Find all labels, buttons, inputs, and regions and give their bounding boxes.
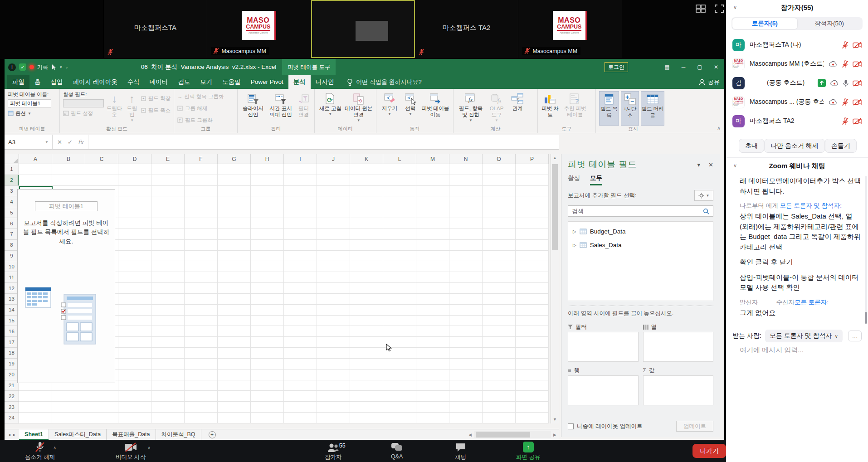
filters-dropzone[interactable] — [568, 332, 639, 362]
share-button[interactable]: 공유 — [699, 75, 720, 89]
chat-recipients-link[interactable]: 모든 토론자: — [795, 299, 829, 306]
change-data-source-button[interactable]: ⟲ 데이터 원본 변경 ▼ — [345, 91, 373, 126]
name-box[interactable]: A3 ▼ — [5, 135, 53, 149]
field-list-toggle[interactable]: 필드 목록 — [599, 91, 619, 126]
rows-dropzone[interactable] — [568, 375, 639, 405]
video-off-icon[interactable] — [853, 61, 862, 68]
sheet-tab-target-sales[interactable]: 목표매출_Data — [107, 429, 156, 440]
invite-button[interactable]: 초대 — [739, 139, 764, 153]
video-tile-ta[interactable]: 마소캠퍼스TA — [104, 0, 208, 58]
participants-button[interactable]: 55 참가자 — [325, 442, 342, 461]
tab-view[interactable]: 보기 — [195, 75, 217, 89]
chat-input-placeholder[interactable]: 여기에 메시지 입력... — [740, 346, 804, 355]
chat-button[interactable]: 채팅 — [455, 442, 466, 461]
tab-power-pivot[interactable]: Power Pivot — [246, 75, 288, 89]
scroll-right-icon[interactable]: ▶ — [552, 433, 558, 437]
column-header[interactable]: N — [449, 154, 483, 164]
tab-panelists[interactable]: 토론자(5) — [732, 18, 797, 29]
participant-row[interactable]: 김 (공동 호스트) — [726, 73, 868, 92]
raise-hand-button[interactable]: 손들기 — [825, 139, 857, 153]
login-button[interactable]: 로그인 — [605, 62, 628, 72]
share-screen-button[interactable]: ↑ 화면 공유 — [516, 442, 540, 461]
row-header[interactable]: 15 — [5, 316, 19, 326]
row-header[interactable]: 20 — [5, 370, 19, 380]
row-header[interactable]: 9 — [5, 251, 19, 262]
tell-me-search[interactable]: 어떤 작업을 원하시나요? — [347, 75, 421, 89]
columns-dropzone[interactable] — [643, 332, 714, 362]
video-tile-maso-1[interactable]: MASO CAMPUS Actionable Content Masocampu… — [207, 0, 311, 58]
qat-customize-icon[interactable]: ⌄ — [65, 65, 69, 69]
values-dropzone[interactable] — [643, 375, 714, 405]
sheet-nav-arrows[interactable]: ◂▸ — [5, 429, 19, 440]
video-off-icon[interactable] — [853, 118, 862, 125]
row-header[interactable]: 22 — [5, 391, 19, 402]
insert-function-icon[interactable]: fx — [78, 139, 83, 146]
horizontal-scrollbar[interactable]: ◀ ▶ — [467, 430, 558, 439]
minimize-icon[interactable]: ─ — [675, 59, 692, 75]
row-header[interactable]: 6 — [5, 218, 19, 229]
gallery-view-icon[interactable] — [696, 5, 706, 13]
new-sheet-icon[interactable]: + — [209, 431, 216, 438]
move-pivottable-button[interactable]: 피벗 테이블 이동 — [421, 91, 449, 126]
participant-row[interactable]: MASO CAMPUS Actionable Content Masocampu… — [726, 92, 868, 112]
video-off-icon[interactable] — [853, 42, 862, 49]
tab-formulas[interactable]: 수식 — [122, 75, 145, 89]
plus-minus-buttons-toggle[interactable]: +− +/- 단추 — [621, 91, 639, 126]
chat-scroll-thumb[interactable] — [865, 312, 867, 324]
pivot-name-input[interactable]: 피벗 테이블1 — [8, 99, 51, 107]
column-headers[interactable]: ABCDEFGHIJKLMNOP — [19, 154, 549, 164]
fullscreen-icon[interactable] — [715, 5, 724, 13]
column-header[interactable]: O — [483, 154, 516, 164]
row-header[interactable]: 7 — [5, 229, 19, 240]
sheet-tab-sheet1[interactable]: Sheet1 — [19, 429, 49, 440]
table-budget-data[interactable]: ▷ Budget_Data — [573, 224, 708, 238]
leave-button[interactable]: 나가기 — [692, 444, 726, 458]
formula-input[interactable] — [88, 135, 559, 149]
vertical-scroll-thumb[interactable] — [552, 164, 558, 250]
video-off-icon[interactable] — [853, 99, 862, 106]
row-header[interactable]: 1 — [5, 164, 19, 175]
qa-button[interactable]: Q&A — [391, 442, 403, 460]
participant-row[interactable]: 마 마소캠퍼스 TA2 — [726, 112, 868, 131]
video-off-icon[interactable] — [853, 80, 862, 87]
tab-data[interactable]: 데이터 — [145, 75, 173, 89]
options-button[interactable]: 옵션 ▼ — [8, 109, 51, 118]
field-headers-toggle[interactable]: 필드 머리글 — [641, 91, 664, 126]
chat-more-button[interactable]: … — [848, 331, 862, 341]
scroll-up-icon[interactable]: ▲ — [551, 154, 559, 162]
row-header[interactable]: 11 — [5, 272, 19, 283]
row-header[interactable]: 19 — [5, 359, 19, 370]
rows-zone[interactable]: ≡ 행 — [568, 365, 639, 405]
collapse-chevron-icon[interactable]: ∨ — [733, 5, 737, 10]
grid-cells[interactable]: 피벗 테이블1 보고서를 작성하려면 피벗 테이블 필드 목록에서 필드를 선택… — [19, 164, 549, 423]
vertical-scrollbar[interactable]: ▲ ▼ — [551, 154, 559, 423]
ribbon-display-options-icon[interactable]: ▤ — [659, 59, 675, 75]
recipient-selector[interactable]: 모든 토론자 및 참석자 ∨ — [765, 330, 843, 342]
row-header[interactable]: 23 — [5, 402, 19, 413]
row-header[interactable]: 4 — [5, 196, 19, 207]
row-header[interactable]: 24 — [5, 413, 19, 423]
unmute-button[interactable]: 음소거 해제 ∧ — [25, 442, 55, 461]
mic-off-icon[interactable] — [842, 117, 848, 125]
video-tile-maso-2[interactable]: MASO CAMPUS Actionable Content Masocampu… — [518, 0, 622, 58]
video-tile-active-speaker[interactable] — [311, 0, 415, 58]
column-header[interactable]: H — [251, 154, 284, 164]
chevron-up-icon[interactable]: ∧ — [53, 445, 56, 450]
column-header[interactable]: M — [416, 154, 449, 164]
row-header[interactable]: 13 — [5, 294, 19, 305]
chevron-up-icon[interactable]: ∧ — [147, 445, 151, 450]
collapse-chevron-icon[interactable]: ∨ — [733, 163, 737, 169]
refresh-button[interactable]: ⟳ 새로 고침 ▼ — [318, 91, 343, 126]
clear-button[interactable]: 지우기 ▼ — [380, 91, 400, 126]
expand-icon[interactable]: ▷ — [573, 229, 576, 234]
participant-row[interactable]: MASO CAMPUS Actionable Content Masocampu… — [726, 54, 868, 73]
recording-cloud-icon[interactable] — [829, 99, 838, 105]
filters-zone[interactable]: 필터 — [568, 322, 639, 362]
chat-scrollbar[interactable] — [865, 176, 867, 324]
mic-off-icon[interactable] — [842, 98, 848, 106]
pivot-chart-button[interactable]: 피벗 차트 — [541, 91, 559, 126]
sheet-next-icon[interactable]: ▸ — [13, 432, 15, 437]
fields-tab-active[interactable]: 활성 — [568, 174, 580, 185]
mic-off-icon[interactable] — [842, 60, 848, 68]
row-header[interactable]: 2 — [5, 175, 19, 186]
